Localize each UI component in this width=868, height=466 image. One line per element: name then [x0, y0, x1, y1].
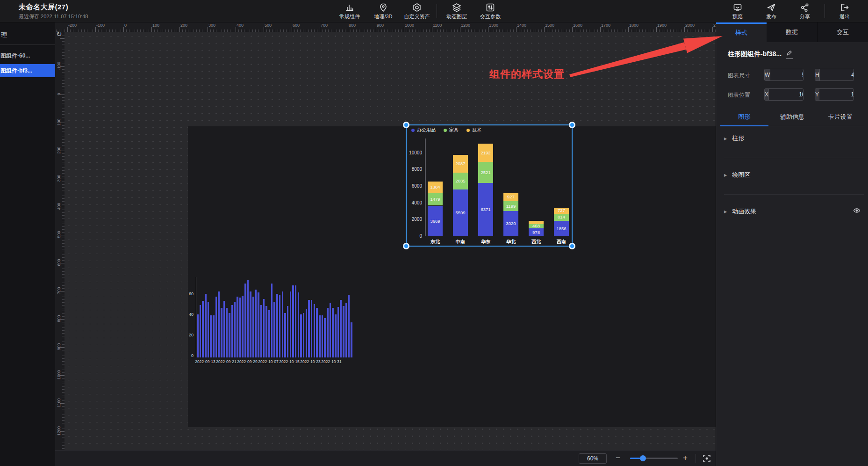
selection-handle-top-left[interactable] — [403, 122, 409, 128]
zoom-input[interactable] — [579, 453, 607, 464]
bar-segment[interactable] — [529, 221, 544, 224]
bar — [314, 304, 316, 357]
toolbar-item-exit[interactable]: 退出 — [828, 0, 861, 22]
bar — [308, 300, 310, 357]
ruler-tick-label: 1000 — [405, 23, 414, 28]
bar — [265, 306, 267, 357]
bar-segment[interactable]: 2521 — [478, 162, 493, 183]
height-input[interactable] — [820, 69, 854, 80]
bar-segment[interactable]: 727 — [554, 208, 569, 214]
legend-item[interactable]: 技术 — [466, 127, 481, 133]
ruler-tick-label: 1900 — [657, 23, 667, 28]
sliders-icon — [486, 3, 495, 12]
tab-data[interactable]: 数据 — [767, 22, 818, 42]
bar-value-label: 927 — [503, 193, 518, 201]
bar-segment[interactable]: 3669 — [428, 206, 443, 236]
bar-segment[interactable]: 468 — [529, 224, 544, 228]
tab-style[interactable]: 样式 — [716, 22, 767, 42]
ruler-tick-label: 200 — [180, 23, 187, 28]
section-animation[interactable]: ▶ 动画效果 — [724, 203, 861, 220]
toolbar-item-interaction-params[interactable]: 交互参数 — [473, 0, 507, 22]
bar-segment[interactable]: 1199 — [503, 201, 518, 211]
bar — [332, 308, 334, 357]
edit-pencil-icon[interactable] — [786, 50, 793, 59]
bar — [282, 291, 284, 357]
tab-interaction[interactable]: 交互 — [818, 22, 868, 42]
selection-handle-bottom-left[interactable] — [403, 243, 409, 249]
x-input[interactable] — [769, 89, 803, 100]
map-pin-icon — [379, 3, 388, 12]
section-plot-area[interactable]: ▶ 绘图区 — [724, 167, 861, 183]
section-label: 动画效果 — [732, 207, 848, 216]
legend-item[interactable]: 家具 — [444, 127, 459, 133]
zoom-in-button[interactable]: + — [683, 452, 688, 464]
ruler-tick-label: 400 — [57, 197, 61, 216]
toolbar-item-components[interactable]: 常规组件 — [333, 0, 366, 22]
bottom-bar: − + — [55, 450, 716, 466]
layer-sidebar: 理 图组件-60... 图组件-bf3... — [0, 22, 55, 466]
ruler-tick-label: 600 — [293, 23, 300, 28]
bar — [197, 314, 199, 357]
layer-item-selected[interactable]: 图组件-bf3... — [0, 64, 55, 77]
y-tick-label: 40 — [179, 312, 194, 317]
bar-chart-icon — [345, 3, 354, 12]
fit-to-screen-icon[interactable] — [702, 454, 711, 465]
zoom-slider-thumb[interactable] — [640, 455, 646, 461]
bar-segment[interactable]: 2087 — [453, 155, 468, 172]
ruler-tick-label: 2000 — [685, 23, 695, 28]
bar — [210, 315, 212, 357]
toolbar-item-custom-assets[interactable]: 自定义资产 — [400, 0, 434, 22]
bar-value-label: 1199 — [503, 201, 518, 211]
toolbar-item-geo3d[interactable]: 地理/3D — [366, 0, 400, 22]
y-input[interactable] — [819, 89, 854, 100]
toolbar-item-publish[interactable]: 发布 — [754, 0, 788, 22]
ruler-reset-icon[interactable]: ↻ — [56, 30, 62, 38]
bar-segment[interactable]: 978 — [529, 228, 544, 236]
bar-segment[interactable]: 927 — [503, 193, 518, 201]
toolbar-item-dynamic-layers[interactable]: 动态图层 — [440, 0, 473, 22]
bar-segment[interactable]: 814 — [554, 214, 569, 221]
x-category-label: 华东 — [473, 239, 498, 245]
bar-segment[interactable]: 1856 — [554, 221, 569, 236]
ruler-tick-label: 1200 — [461, 23, 470, 28]
toolbar-item-share[interactable]: 分享 — [788, 0, 822, 22]
width-input[interactable] — [770, 69, 803, 80]
toolbar-item-label: 常规组件 — [339, 13, 360, 20]
bar-segment[interactable]: 1479 — [428, 193, 443, 205]
selection-handle-top-right[interactable] — [569, 122, 575, 128]
bar-segment[interactable]: 2192 — [478, 144, 493, 162]
eye-icon[interactable] — [853, 207, 861, 216]
section-bar-shape[interactable]: ▶ 柱形 — [724, 130, 861, 147]
subtab-card-settings[interactable]: 卡片设置 — [816, 108, 864, 126]
legend-dot — [466, 129, 470, 132]
ruler-tick-label: 0 — [124, 23, 127, 28]
selection-handle-bottom-right[interactable] — [569, 243, 575, 249]
layer-panel-header: 理 — [1, 31, 7, 39]
bar-segment[interactable]: 5599 — [453, 189, 468, 236]
bar — [223, 301, 225, 357]
layer-item[interactable]: 图组件-60... — [0, 49, 55, 62]
legend-item[interactable]: 办公用品 — [411, 127, 436, 133]
toolbar-divider — [437, 4, 437, 18]
subtab-graphic[interactable]: 图形 — [720, 108, 768, 126]
bar — [273, 302, 275, 357]
horizontal-ruler: -200-10001002003004005006007008009001000… — [55, 22, 716, 32]
subtab-auxiliary[interactable]: 辅助信息 — [768, 108, 817, 126]
bar — [340, 300, 342, 357]
bar-value-label: 1856 — [554, 221, 569, 236]
daily-bar-chart[interactable] — [197, 280, 352, 357]
toolbar-item-preview[interactable]: 预览 — [721, 0, 754, 22]
chevron-right-icon: ▶ — [724, 173, 727, 177]
bar-segment[interactable]: 2035 — [453, 173, 468, 189]
canvas[interactable] — [65, 32, 716, 450]
bar-segment[interactable]: 3020 — [503, 211, 518, 236]
bar-segment[interactable]: 1384 — [428, 182, 443, 193]
position-label: 图表位置 — [728, 91, 750, 99]
bar-segment[interactable]: 6371 — [478, 183, 493, 236]
bar — [260, 305, 262, 357]
zoom-slider[interactable] — [630, 458, 678, 459]
zoom-out-button[interactable]: − — [616, 452, 620, 464]
bar — [276, 294, 278, 357]
x-category-label: 中南 — [448, 239, 473, 245]
x-category-label: 东北 — [423, 239, 448, 245]
